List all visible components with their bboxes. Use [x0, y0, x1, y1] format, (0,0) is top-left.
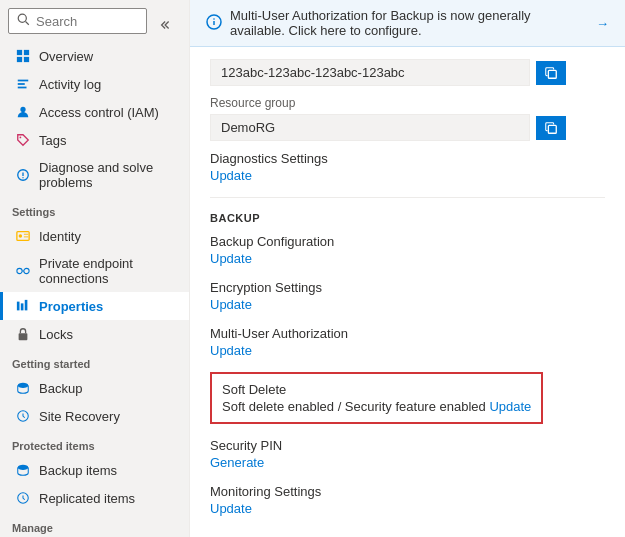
svg-rect-6: [18, 80, 29, 82]
security-pin-generate-link[interactable]: Generate: [210, 455, 264, 470]
svg-rect-5: [24, 57, 29, 62]
activity-log-icon: [15, 76, 31, 92]
backup-config-title: Backup Configuration: [210, 234, 605, 249]
main-content: Multi-User Authorization for Backup is n…: [190, 0, 625, 537]
soft-delete-title: Soft Delete: [222, 382, 531, 397]
svg-rect-21: [17, 302, 20, 311]
notification-arrow-icon: →: [596, 16, 609, 31]
soft-delete-desc-text: Soft delete enabled / Security feature e…: [222, 399, 486, 414]
mua-item: Multi-User Authorization Update: [210, 326, 605, 358]
diagnose-icon: [15, 167, 31, 183]
replicated-items-label: Replicated items: [39, 491, 135, 506]
sidebar-item-backup-items[interactable]: Backup items: [0, 456, 189, 484]
sidebar-item-private-endpoint[interactable]: Private endpoint connections: [0, 250, 189, 292]
identity-icon: [15, 228, 31, 244]
properties-content: 123abc-123abc-123abc-123abc Resource gro…: [190, 47, 625, 537]
notification-text: Multi-User Authorization for Backup is n…: [230, 8, 588, 38]
svg-point-18: [17, 268, 22, 273]
svg-point-10: [20, 137, 22, 139]
security-pin-item: Security PIN Generate: [210, 438, 605, 470]
copy-vault-name-button[interactable]: [536, 61, 566, 85]
protected-items-section-label: Protected items: [0, 430, 189, 456]
iam-icon: [15, 104, 31, 120]
svg-point-13: [22, 177, 23, 178]
notification-bar[interactable]: Multi-User Authorization for Backup is n…: [190, 0, 625, 47]
locks-label: Locks: [39, 327, 73, 342]
resource-group-row: DemoRG: [210, 114, 605, 141]
info-icon: [206, 14, 222, 33]
sidebar-item-diagnose[interactable]: Diagnose and solve problems: [0, 154, 189, 196]
backup-label: Backup: [39, 381, 82, 396]
svg-rect-23: [25, 300, 28, 311]
svg-rect-4: [17, 57, 22, 62]
svg-point-25: [18, 383, 29, 388]
svg-rect-24: [19, 333, 28, 340]
sidebar-item-identity[interactable]: Identity: [0, 222, 189, 250]
security-pin-title: Security PIN: [210, 438, 605, 453]
endpoint-icon: [15, 263, 31, 279]
svg-rect-37: [548, 70, 556, 78]
collapse-sidebar-button[interactable]: [155, 14, 177, 36]
soft-delete-update-link[interactable]: Update: [489, 399, 531, 414]
diagnostics-update-link[interactable]: Update: [210, 168, 252, 183]
manage-section-label: Manage: [0, 512, 189, 537]
backup-config-update-link[interactable]: Update: [210, 251, 252, 266]
soft-delete-desc: Soft delete enabled / Security feature e…: [222, 399, 531, 414]
properties-label: Properties: [39, 299, 103, 314]
svg-rect-2: [17, 50, 22, 55]
backup-items-label: Backup items: [39, 463, 117, 478]
vault-name-value: 123abc-123abc-123abc-123abc: [210, 59, 530, 86]
identity-label: Identity: [39, 229, 81, 244]
search-input[interactable]: [36, 14, 138, 29]
soft-delete-box: Soft Delete Soft delete enabled / Securi…: [210, 372, 543, 424]
locks-icon: [15, 326, 31, 342]
sidebar-item-tags[interactable]: Tags: [0, 126, 189, 154]
overview-icon: [15, 48, 31, 64]
site-recovery-icon: [15, 408, 31, 424]
sidebar-item-properties[interactable]: Properties: [0, 292, 189, 320]
sidebar: Overview Activity log Access control (IA…: [0, 0, 190, 537]
site-recovery-label: Site Recovery: [39, 409, 120, 424]
svg-rect-22: [21, 303, 24, 310]
backup-divider: [210, 197, 605, 198]
svg-point-0: [18, 14, 26, 22]
backup-icon: [15, 380, 31, 396]
sidebar-item-overview[interactable]: Overview: [0, 42, 189, 70]
sidebar-item-replicated-items[interactable]: Replicated items: [0, 484, 189, 512]
access-control-label: Access control (IAM): [39, 105, 159, 120]
tags-label: Tags: [39, 133, 66, 148]
monitoring-title: Monitoring Settings: [210, 484, 605, 499]
sidebar-item-site-recovery[interactable]: Site Recovery: [0, 402, 189, 430]
replicated-items-icon: [15, 490, 31, 506]
svg-point-19: [24, 268, 29, 273]
search-icon: [17, 13, 30, 29]
svg-rect-7: [18, 83, 25, 85]
svg-point-15: [19, 234, 23, 238]
backup-config-item: Backup Configuration Update: [210, 234, 605, 266]
tags-icon: [15, 132, 31, 148]
sidebar-item-locks[interactable]: Locks: [0, 320, 189, 348]
copy-resource-group-button[interactable]: [536, 116, 566, 140]
mua-update-link[interactable]: Update: [210, 343, 252, 358]
activity-log-label: Activity log: [39, 77, 101, 92]
svg-rect-3: [24, 50, 29, 55]
vault-name-row: 123abc-123abc-123abc-123abc: [210, 59, 605, 86]
settings-section-label: Settings: [0, 196, 189, 222]
monitoring-settings-item: Monitoring Settings Update: [210, 484, 605, 516]
diagnostics-settings-item: Diagnostics Settings Update: [210, 151, 605, 183]
sidebar-item-activity-log[interactable]: Activity log: [0, 70, 189, 98]
diagnostics-title: Diagnostics Settings: [210, 151, 605, 166]
diagnose-label: Diagnose and solve problems: [39, 160, 177, 190]
search-box[interactable]: [8, 8, 147, 34]
monitoring-update-link[interactable]: Update: [210, 501, 252, 516]
sidebar-item-access-control[interactable]: Access control (IAM): [0, 98, 189, 126]
resource-group-value: DemoRG: [210, 114, 530, 141]
properties-icon: [15, 298, 31, 314]
sidebar-item-backup[interactable]: Backup: [0, 374, 189, 402]
encryption-title: Encryption Settings: [210, 280, 605, 295]
encryption-settings-item: Encryption Settings Update: [210, 280, 605, 312]
encryption-update-link[interactable]: Update: [210, 297, 252, 312]
svg-point-36: [213, 18, 215, 20]
backup-items-icon: [15, 462, 31, 478]
svg-rect-8: [18, 87, 27, 89]
